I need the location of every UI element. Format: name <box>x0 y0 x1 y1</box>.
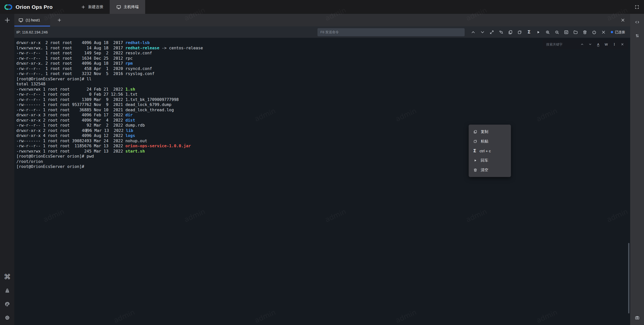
terminal-line: drwxr-xr-x 4 root root 4096 Aug 12 2022 … <box>16 133 630 138</box>
fullscreen-button[interactable] <box>633 3 641 11</box>
search-file-button[interactable] <box>497 28 506 37</box>
left-sidebar: ⌘ <box>0 14 14 325</box>
top-tab-new-connection[interactable]: 新建连接 <box>74 0 110 14</box>
shortcut-keys-button[interactable]: ⌘ <box>3 272 12 282</box>
close-tabbar-button[interactable] <box>619 14 627 26</box>
close-button[interactable] <box>599 28 608 37</box>
power-button[interactable] <box>590 28 599 37</box>
terminal-line: drwxr-xr-x. 2 root root 4096 Aug 18 2017… <box>16 61 630 66</box>
monitor-icon <box>18 18 23 23</box>
send-command-input[interactable] <box>317 28 465 36</box>
terminal-line: -rwxrwxrwx 1 root root 245 Mar 13 2022 s… <box>16 149 630 154</box>
terminal-toolbar: IP: 116.62.194.246 Σ 已连接 <box>14 26 630 38</box>
context-menu-label: 复制 <box>481 129 488 134</box>
stamp-button[interactable] <box>3 286 12 295</box>
terminal-line: /root/orion <box>16 159 630 164</box>
search-chevron-up-button[interactable] <box>579 41 585 48</box>
command-icon: ⌘ <box>4 273 11 280</box>
top-tab-host-terminal[interactable]: 主机终端 <box>110 0 145 14</box>
tab-host1[interactable]: (1) host1 <box>14 14 50 26</box>
context-menu-item[interactable]: 清空 <box>469 165 511 175</box>
search-file-icon <box>499 30 504 35</box>
connection-status: 已连接 <box>611 30 625 34</box>
expand-button[interactable] <box>487 28 497 37</box>
copy-icon <box>473 130 477 134</box>
app-brand: Orion Ops Pro <box>0 0 59 14</box>
paste-icon <box>517 30 522 35</box>
search-regex-button[interactable]: I <box>611 41 618 48</box>
fullscreen-icon <box>634 5 639 10</box>
terminal-line: [root@OrionEcsServer orion]# <box>16 164 630 169</box>
context-menu-label: 粘贴 <box>481 139 488 144</box>
terminal-line: drwxr-xr-x 2 root root 4096 Mar 4 2022 d… <box>16 118 630 123</box>
sigma-icon: Σ <box>473 149 476 153</box>
close-icon <box>621 43 624 46</box>
gear-icon <box>5 315 10 320</box>
active-tab-underline <box>14 26 50 26</box>
context-menu-item[interactable]: 回车 <box>469 156 511 165</box>
code-icon <box>635 20 640 25</box>
play-icon <box>536 30 541 35</box>
tab-label: (1) host1 <box>26 18 40 22</box>
terminal-line: -rw-r--r-- 1 root root 36885 Nov 10 2021… <box>16 107 630 113</box>
regex-icon: I <box>614 42 615 47</box>
search-input[interactable] <box>546 43 577 46</box>
status-dot-icon <box>611 31 613 33</box>
stamp-icon <box>5 288 10 293</box>
terminal-output[interactable]: drwxr-xr-x 2 root root 4096 Aug 18 2017 … <box>14 38 630 169</box>
search-whole-word-button[interactable]: W <box>603 41 610 48</box>
context-menu-item[interactable]: 粘贴 <box>469 136 511 146</box>
trash-icon <box>582 30 587 35</box>
terminal-tab-bar: (1) host1 <box>14 14 630 26</box>
terminal-line: -rw-r--r-- 1 root root 458 Apr 1 2020 rs… <box>16 66 630 71</box>
terminal-line: -rw-r--r-- 1 root root 149 Sep 2 2022 re… <box>16 51 630 56</box>
play-button[interactable] <box>534 28 543 37</box>
context-menu-label: ctrl + c <box>479 149 491 153</box>
search-close-button[interactable] <box>619 41 626 48</box>
app-logo-icon <box>4 3 13 11</box>
search-match-case-button[interactable]: A <box>595 41 601 48</box>
code-square-icon <box>564 30 569 35</box>
search-chevron-down-button[interactable] <box>587 41 593 48</box>
expand-icon <box>489 30 494 35</box>
status-label: 已连接 <box>615 30 625 34</box>
terminal-context-menu: 复制粘贴Σctrl + c回车清空 <box>469 125 511 177</box>
close-icon <box>620 18 625 23</box>
chevron-down-icon <box>480 30 485 35</box>
trash-icon <box>473 168 477 172</box>
zoom-in-icon <box>545 30 550 35</box>
trash-button[interactable] <box>580 28 590 37</box>
new-tab-button[interactable] <box>54 14 65 26</box>
zoom-out-button[interactable] <box>552 28 562 37</box>
match-case-icon: A <box>597 42 599 47</box>
code-snippets-button[interactable] <box>632 17 642 27</box>
code-square-button[interactable] <box>562 28 571 37</box>
theme-button[interactable] <box>3 299 12 309</box>
terminal-line: drwxr-xr-x 2 root root 4096 Mar 13 2022 … <box>16 128 630 133</box>
terminal-line: -rw-r--r-- 1 root root 1634 Dec 25 2012 … <box>16 56 630 61</box>
context-menu-item[interactable]: 复制 <box>469 127 511 136</box>
transfer-button[interactable] <box>632 31 642 41</box>
terminal-scrollbar[interactable] <box>628 243 629 313</box>
whole-word-icon: W <box>605 42 608 47</box>
monitor-icon <box>116 5 121 10</box>
screenshot-button[interactable] <box>632 313 642 322</box>
chevron-up-icon <box>471 30 476 35</box>
power-icon <box>592 30 597 35</box>
chevron-down-button[interactable] <box>478 28 487 37</box>
terminal-line: lrwxrwxrwx. 1 root root 14 Aug 18 2017 r… <box>16 46 630 51</box>
sort-arrows-icon <box>635 33 640 38</box>
palette-icon <box>5 302 10 307</box>
add-terminal-button[interactable] <box>3 15 12 25</box>
context-menu-label: 清空 <box>481 168 488 172</box>
copy-button[interactable] <box>506 28 515 37</box>
chevron-up-button[interactable] <box>469 28 478 37</box>
zoom-in-button[interactable] <box>543 28 552 37</box>
context-menu-item[interactable]: Σctrl + c <box>469 146 511 156</box>
terminal-line: -rw------- 1 root root 95377762 Nov 9 20… <box>16 102 630 107</box>
settings-button[interactable] <box>3 313 12 322</box>
close-icon <box>601 30 606 35</box>
paste-button[interactable] <box>515 28 525 37</box>
sigma-button[interactable]: Σ <box>525 28 534 37</box>
folder-button[interactable] <box>571 28 580 37</box>
